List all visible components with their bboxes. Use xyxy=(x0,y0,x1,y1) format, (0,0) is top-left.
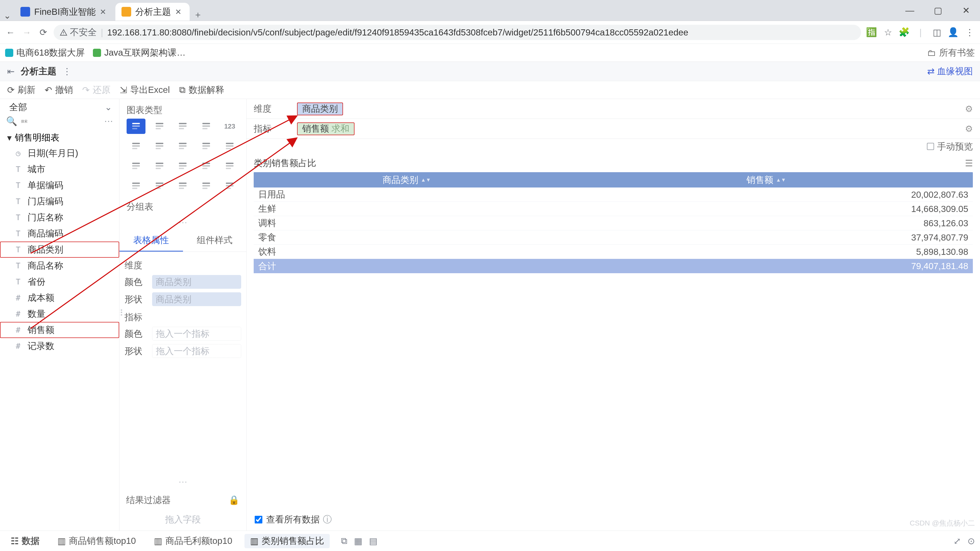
redo-button[interactable]: ↷还原 xyxy=(82,84,110,96)
undo-button[interactable]: ↶撤销 xyxy=(45,84,73,96)
chart-type-scat2[interactable] xyxy=(220,178,239,194)
drag-handle-icon[interactable]: ⋯ xyxy=(119,215,246,230)
field-item[interactable]: T门店编码 xyxy=(0,193,119,210)
field-item[interactable]: T城市 xyxy=(0,161,119,177)
column-settings-icon[interactable]: ☰ xyxy=(965,158,973,168)
nav-back-icon[interactable]: ← xyxy=(5,27,16,38)
chart-type-pivot[interactable] xyxy=(173,119,192,134)
table-row[interactable]: 生鲜14,668,309.05 xyxy=(254,202,973,216)
bookmark-item[interactable]: 电商618数据大屏 xyxy=(5,47,85,59)
metric-shape-slot[interactable]: 拖入一个指标 xyxy=(152,344,241,358)
refresh-button[interactable]: ⟳刷新 xyxy=(7,84,35,96)
kebab-menu-icon[interactable]: ⋮ xyxy=(964,27,975,38)
table-row[interactable]: 零食37,974,807.79 xyxy=(254,230,973,245)
chart-type-mix[interactable] xyxy=(220,138,239,154)
close-icon[interactable]: ✕ xyxy=(175,7,181,16)
reload-icon[interactable]: ⟳ xyxy=(37,27,49,38)
chart-type-line[interactable] xyxy=(173,159,192,174)
field-item[interactable]: T商品编码 xyxy=(0,225,119,241)
gear-icon[interactable]: ⚙ xyxy=(965,104,973,114)
dim-color-slot[interactable]: 商品类别 xyxy=(152,275,241,289)
layout-icon[interactable]: ▤ xyxy=(369,536,377,546)
minimize-icon[interactable]: — xyxy=(896,0,924,21)
field-item[interactable]: #数量 xyxy=(0,306,119,322)
insecure-badge[interactable]: 不安全 xyxy=(60,26,97,38)
browser-tab[interactable]: 分析主题 ✕ xyxy=(115,3,189,21)
more-options-icon[interactable]: ⋯ xyxy=(104,116,113,126)
chart-type-area3[interactable] xyxy=(197,159,216,174)
widget-title[interactable]: 类别销售额占比 xyxy=(254,157,316,169)
field-item[interactable]: ◷日期(年月日) xyxy=(0,145,119,161)
url-input[interactable]: 不安全 | 192.168.171.80:8080/finebi/decisio… xyxy=(54,25,861,40)
bottom-tab[interactable]: ▥商品销售额top10 xyxy=(52,534,142,548)
browser-tab[interactable]: FineBI商业智能 ✕ xyxy=(14,3,115,21)
close-icon[interactable]: ✕ xyxy=(100,7,106,16)
chart-type-scol[interactable] xyxy=(197,138,216,154)
chart-type-rose[interactable] xyxy=(173,178,192,194)
field-item[interactable]: #销售额 xyxy=(0,322,119,338)
chart-type-gauge[interactable] xyxy=(220,159,239,174)
field-item[interactable]: T省份 xyxy=(0,274,119,290)
drag-handle-icon[interactable]: ⋯ xyxy=(119,475,246,489)
maximize-icon[interactable]: ▢ xyxy=(924,0,952,21)
chart-type-table[interactable] xyxy=(127,119,145,134)
metric-pill[interactable]: 销售额 求和 xyxy=(297,122,355,135)
info-icon[interactable]: ⓘ xyxy=(323,513,332,526)
field-item[interactable]: #记录数 xyxy=(0,338,119,354)
tabs-dropdown-icon[interactable]: ⌄ xyxy=(0,11,14,21)
sidepanel-icon[interactable]: ◫ xyxy=(931,27,943,38)
metric-color-slot[interactable]: 拖入一个指标 xyxy=(152,327,241,341)
view-all-checkbox[interactable] xyxy=(255,516,262,524)
field-item[interactable]: T商品名称 xyxy=(0,258,119,274)
profile-icon[interactable]: 👤 xyxy=(947,27,959,38)
dim-shape-slot[interactable]: 商品类别 xyxy=(152,292,241,306)
translate-icon[interactable]: 🈯 xyxy=(865,27,877,38)
field-item[interactable]: T单据编码 xyxy=(0,177,119,193)
chart-type-col[interactable] xyxy=(173,138,192,154)
bottom-tab[interactable]: ▥商品毛利额top10 xyxy=(148,534,238,548)
pane-drag-handle-icon[interactable]: ⠿ xyxy=(119,308,124,318)
bottom-tab[interactable]: ▥类别销售额占比 xyxy=(245,534,330,548)
field-item[interactable]: T商品类别 xyxy=(0,241,119,258)
export-excel-button[interactable]: ⇲导出Excel xyxy=(120,84,170,96)
bookmark-star-icon[interactable]: ☆ xyxy=(882,27,894,38)
add-widget-icon[interactable]: ⧉ xyxy=(341,536,347,546)
chart-type-scatter[interactable] xyxy=(197,178,216,194)
table-row[interactable]: 饮料5,898,130.98 xyxy=(254,245,973,259)
chart-type-bar2[interactable] xyxy=(150,138,169,154)
table-row[interactable]: 调料863,126.03 xyxy=(254,216,973,230)
chart-type-pie[interactable] xyxy=(127,178,145,194)
bottom-tab-data[interactable]: ☷数据 xyxy=(5,534,45,548)
new-tab-button[interactable]: ＋ xyxy=(191,9,205,21)
chart-type-area[interactable] xyxy=(127,159,145,174)
column-header[interactable]: 商品类别▲▼ xyxy=(254,172,560,187)
chart-type-donut[interactable] xyxy=(150,178,169,194)
table-row[interactable]: 日用品20,002,807.63 xyxy=(254,187,973,202)
bookmark-item[interactable]: Java互联网架构课… xyxy=(93,47,186,59)
chart-type-bar[interactable] xyxy=(127,138,145,154)
search-input[interactable] xyxy=(21,115,101,127)
view-all-data[interactable]: 查看所有数据 ⓘ xyxy=(247,508,980,530)
field-item[interactable]: T门店名称 xyxy=(0,210,119,225)
sort-icon[interactable]: ▲▼ xyxy=(421,179,431,181)
chart-type-dtable[interactable] xyxy=(150,119,169,134)
dataset-selector[interactable]: 全部 ⌄ xyxy=(0,99,119,115)
checkbox-icon[interactable] xyxy=(927,143,934,150)
chart-type-num[interactable]: 123 xyxy=(220,119,239,134)
window-close-icon[interactable]: ✕ xyxy=(952,0,980,21)
result-filter-drop[interactable]: 拖入字段 xyxy=(119,508,246,530)
sort-icon[interactable]: ▲▼ xyxy=(776,179,786,181)
add-page-icon[interactable]: ▦ xyxy=(354,536,363,546)
kebab-icon[interactable]: ⋮ xyxy=(62,66,72,76)
collapse-icon[interactable]: ⊙ xyxy=(967,536,975,546)
chart-type-area2[interactable] xyxy=(150,159,169,174)
dataset-header[interactable]: ▾ 销售明细表 xyxy=(0,130,119,145)
extensions-icon[interactable]: 🧩 xyxy=(898,27,910,38)
back-to-list-icon[interactable]: ⇤ xyxy=(7,66,14,76)
expand-icon[interactable]: ⤢ xyxy=(953,536,961,546)
lineage-view-button[interactable]: ⇄ 血缘视图 xyxy=(927,65,973,77)
data-explain-button[interactable]: ⧉数据解释 xyxy=(179,84,224,96)
dimension-pill[interactable]: 商品类别 xyxy=(297,103,343,115)
column-header[interactable]: 销售额▲▼ xyxy=(560,172,973,187)
gear-icon[interactable]: ⚙ xyxy=(965,124,973,134)
